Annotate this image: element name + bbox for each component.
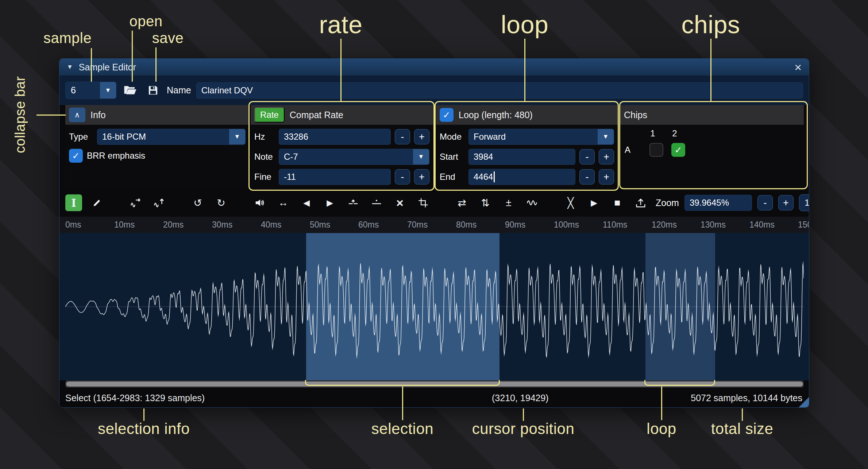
sample-number-dropdown[interactable]: 6 ▼ xyxy=(65,82,116,99)
ruler-label: 30ms xyxy=(212,220,232,230)
window-collapse-icon[interactable]: ▼ xyxy=(67,63,73,71)
annotation-total-size-label: total size xyxy=(711,420,774,438)
floppy-save-icon xyxy=(147,85,159,96)
create-instrument-button[interactable] xyxy=(632,194,649,211)
annotation-chips-box xyxy=(619,101,808,189)
preview-button[interactable]: ▶ xyxy=(586,194,602,211)
invert-button[interactable]: ⇅ xyxy=(477,194,494,211)
name-label: Name xyxy=(167,85,191,96)
titlebar[interactable]: ▼ Sample Editor × xyxy=(59,59,809,75)
delete-button[interactable]: × xyxy=(391,194,408,211)
sign-button[interactable]: ± xyxy=(500,194,517,211)
ruler-label: 80ms xyxy=(456,220,477,230)
chevron-down-icon[interactable]: ▼ xyxy=(229,129,245,144)
wave-content xyxy=(65,233,804,380)
type-label: Type xyxy=(69,132,93,142)
annotation-sample-label: sample xyxy=(43,30,92,46)
trim-button[interactable] xyxy=(415,194,432,211)
ruler-label: 50ms xyxy=(310,220,330,230)
apply-silence-button[interactable] xyxy=(368,194,385,211)
arrows-vertical-icon: ⇅ xyxy=(481,197,489,209)
sample-type-value: 16-bit PCM xyxy=(97,132,229,142)
brr-emphasis-checkbox[interactable]: ✓ xyxy=(69,149,83,163)
triangle-left-icon: ◀ xyxy=(303,198,310,208)
info-panel-header: ∧ Info xyxy=(65,105,249,125)
annotation-loop-marker-label: loop xyxy=(647,420,676,438)
window-resize-grip[interactable] xyxy=(799,397,809,407)
ruler-label: 90ms xyxy=(505,220,525,230)
annotation-loop-bracket xyxy=(644,380,715,386)
annotation-line xyxy=(340,39,342,101)
annotation-line xyxy=(742,408,743,421)
zoom-out-button[interactable]: - xyxy=(757,195,773,210)
sample-number-value: 6 xyxy=(66,85,100,96)
waveform-canvas[interactable] xyxy=(65,233,804,380)
window-title: Sample Editor xyxy=(79,62,136,73)
insert-silence-button[interactable] xyxy=(345,194,362,211)
resample-wave-icon xyxy=(154,197,165,208)
ruler-label: 20ms xyxy=(163,220,184,230)
annotation-line xyxy=(402,387,403,420)
stop-preview-button[interactable]: ■ xyxy=(609,194,626,211)
chevron-down-icon[interactable]: ▼ xyxy=(100,82,116,98)
resample-button[interactable] xyxy=(151,194,167,211)
undo-icon: ↺ xyxy=(193,197,202,209)
redo-icon: ↻ xyxy=(217,197,225,209)
crossfade-loop-button[interactable]: ╳ xyxy=(562,194,579,211)
filter-wave-icon xyxy=(526,197,537,208)
zoom-reset-button[interactable]: 100% xyxy=(799,194,809,211)
annotation-selection-label: selection xyxy=(371,420,433,438)
open-button[interactable] xyxy=(121,82,139,99)
annotation-selection-bracket xyxy=(305,380,500,386)
total-size-text: 5072 samples, 10144 bytes xyxy=(691,393,802,403)
toolbar: I ↺ ↻ ↔ ◀ ▶ xyxy=(59,189,809,217)
resize-button[interactable] xyxy=(127,194,144,211)
select-tool-button[interactable]: I xyxy=(65,194,82,211)
close-icon[interactable]: × xyxy=(794,61,802,73)
resize-wave-icon xyxy=(130,197,141,208)
annotation-line xyxy=(523,408,524,421)
annotation-line xyxy=(91,48,92,82)
ruler-label: 10ms xyxy=(114,220,135,230)
waveform-area xyxy=(59,233,809,380)
reverse-button[interactable]: ⇄ xyxy=(454,194,470,211)
status-bar: Select (1654-2983: 1329 samples) (3210, … xyxy=(59,388,809,407)
annotation-rate-label: rate xyxy=(319,10,362,39)
ruler-label: 130ms xyxy=(701,220,726,230)
name-input[interactable] xyxy=(196,82,803,98)
redo-button[interactable]: ↻ xyxy=(213,194,229,211)
fade-out-button[interactable]: ▶ xyxy=(321,194,338,211)
amplify-button[interactable] xyxy=(251,194,268,211)
ruler-label: 0ms xyxy=(65,220,81,230)
ruler-label: 110ms xyxy=(603,220,627,230)
pencil-icon xyxy=(92,198,102,208)
annotation-line xyxy=(155,47,157,82)
annotation-line xyxy=(36,115,66,116)
collapse-info-button[interactable]: ∧ xyxy=(69,108,85,122)
undo-button[interactable]: ↺ xyxy=(189,194,206,211)
sample-row: 6 ▼ Name xyxy=(59,75,809,105)
zoom-in-button[interactable]: + xyxy=(778,195,794,210)
zoom-controls: Zoom - + 100% xyxy=(656,194,809,211)
time-ruler: 0ms 10ms 20ms 30ms 40ms 50ms 60ms 70ms 8… xyxy=(59,217,809,233)
draw-tool-button[interactable] xyxy=(89,194,105,211)
annotation-loop-label: loop xyxy=(501,10,549,39)
ruler-label: 100ms xyxy=(554,220,579,230)
annotation-loop-box xyxy=(435,101,619,191)
annotation-open-label: open xyxy=(130,13,163,30)
info-panel: ∧ Info Type 16-bit PCM ▼ ✓ BRR emphasis xyxy=(65,105,249,189)
ruler-label: 70ms xyxy=(407,220,428,230)
fade-in-button[interactable]: ◀ xyxy=(298,194,315,211)
sample-type-dropdown[interactable]: 16-bit PCM ▼ xyxy=(97,129,246,145)
ruler-label: 120ms xyxy=(652,220,677,230)
insert-silence-icon xyxy=(348,197,359,208)
ibeam-cursor-icon: I xyxy=(71,197,76,209)
normalize-button[interactable]: ↔ xyxy=(275,194,292,211)
zoom-input[interactable] xyxy=(684,195,752,211)
delete-x-icon: × xyxy=(396,196,404,210)
filter-button[interactable] xyxy=(524,194,540,211)
brr-emphasis-label: BRR emphasis xyxy=(87,151,145,161)
triangle-right-icon: ▶ xyxy=(327,198,333,208)
upload-icon xyxy=(635,197,646,208)
save-button[interactable] xyxy=(144,82,162,99)
